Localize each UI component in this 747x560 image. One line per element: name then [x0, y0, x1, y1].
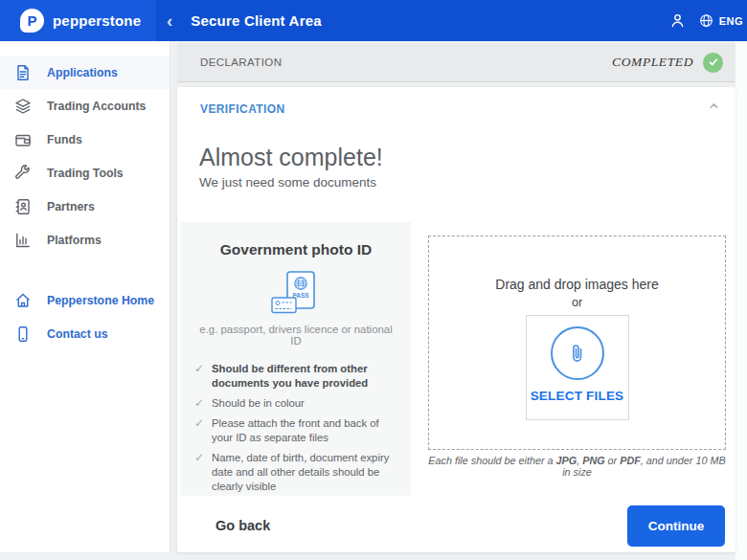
select-files-label: SELECT FILES	[527, 389, 628, 403]
sidebar-item-label: Platforms	[47, 234, 102, 247]
chevron-up-icon	[708, 100, 720, 112]
language-label: ENG	[719, 15, 743, 27]
sidebar-item-pepperstone-home[interactable]: Pepperstone Home	[0, 283, 170, 317]
sidebar-item-label: Applications	[47, 66, 118, 79]
sidebar-item-applications[interactable]: Applications	[0, 56, 170, 89]
home-icon	[14, 292, 32, 309]
layers-icon	[14, 98, 32, 115]
file-requirements-note: Each file should be either a JPG, PNG or…	[428, 455, 726, 478]
person-icon	[668, 11, 687, 30]
sidebar-item-contact-us[interactable]: Contact us	[0, 317, 170, 350]
declaration-status: COMPLETED	[612, 53, 723, 73]
contact-book-icon	[14, 198, 32, 215]
phone-icon	[14, 325, 32, 343]
pepperstone-logo[interactable]: P pepperstone	[0, 0, 156, 41]
sidebar-item-label: Trading Tools	[47, 167, 124, 180]
sidebar-item-label: Pepperstone Home	[47, 294, 154, 307]
sidebar-item-label: Contact us	[47, 327, 108, 341]
sidebar-item-trading-tools[interactable]: Trading Tools	[0, 156, 170, 190]
scrollbar-track[interactable]	[736, 41, 747, 560]
declaration-title: DECLARATION	[200, 56, 282, 68]
sidebar-item-platforms[interactable]: Platforms	[0, 223, 170, 257]
sidebar-item-label: Funds	[47, 133, 82, 146]
check-icon: ✓	[194, 362, 204, 391]
go-back-button[interactable]: Go back	[215, 518, 270, 533]
globe-icon	[698, 12, 714, 29]
select-files-button[interactable]: SELECT FILES	[526, 315, 629, 420]
document-example-text: e.g. passport, drivers licence or nation…	[194, 324, 397, 347]
sidebar-item-partners[interactable]: Partners	[0, 190, 170, 223]
check-icon: ✓	[194, 416, 204, 445]
back-icon[interactable]: ‹	[163, 10, 176, 32]
requirement-item: ✓ Please attach the front and back of yo…	[194, 416, 397, 445]
file-dropzone[interactable]: Drag and drop images here or SELECT FILE…	[428, 235, 726, 450]
completed-check-icon	[703, 53, 723, 73]
verification-section: VERIFICATION Almost complete! We just ne…	[177, 87, 736, 552]
continue-button[interactable]: Continue	[627, 505, 725, 547]
header-actions: ENG	[668, 0, 743, 41]
requirements-list: ✓ Should be different from other documen…	[194, 362, 397, 494]
paperclip-circle	[551, 326, 604, 380]
account-button[interactable]	[668, 11, 687, 30]
government-photo-id-card: Government photo ID PASS e.g. passport, …	[181, 222, 411, 496]
language-selector[interactable]: ENG	[698, 12, 743, 29]
drag-drop-text: Drag and drop images here	[429, 277, 725, 292]
sidebar-item-trading-accounts[interactable]: Trading Accounts	[0, 89, 170, 123]
logo-text: pepperstone	[53, 12, 141, 29]
wallet-icon	[14, 131, 32, 148]
documents-subheading: We just need some documents	[199, 175, 376, 190]
sidebar-item-funds[interactable]: Funds	[0, 123, 170, 156]
sidebar-item-label: Partners	[47, 200, 95, 213]
passport-id-icon: PASS	[269, 270, 323, 318]
page: P pepperstone ‹ Secure Client Area ENG	[0, 0, 747, 560]
wrench-icon	[14, 165, 32, 182]
collapse-section-button[interactable]	[704, 95, 724, 120]
completed-label: COMPLETED	[612, 55, 693, 70]
pepperstone-logo-icon: P	[20, 9, 44, 33]
almost-complete-heading: Almost complete!	[199, 144, 383, 171]
paperclip-icon	[566, 342, 589, 365]
header-title-group: ‹ Secure Client Area	[163, 0, 322, 41]
document-icon	[14, 64, 32, 81]
page-title: Secure Client Area	[191, 12, 321, 29]
sidebar-footer: Pepperstone Home Contact us	[0, 283, 170, 350]
requirement-item: ✓ Name, date of birth, document expiry d…	[194, 451, 397, 494]
sidebar: Applications Trading Accounts Funds Trad…	[0, 41, 170, 552]
requirement-item: ✓ Should be different from other documen…	[194, 362, 397, 391]
check-icon: ✓	[194, 451, 204, 494]
top-navigation-bar: P pepperstone ‹ Secure Client Area ENG	[0, 0, 747, 41]
bar-chart-icon	[14, 232, 32, 249]
requirement-item: ✓ Should be in colour	[194, 396, 397, 411]
or-text: or	[429, 296, 725, 309]
verification-title: VERIFICATION	[200, 102, 285, 116]
document-card-title: Government photo ID	[194, 241, 397, 258]
check-icon: ✓	[194, 396, 204, 411]
sidebar-item-label: Trading Accounts	[47, 100, 146, 113]
declaration-section-header[interactable]: DECLARATION COMPLETED	[177, 43, 736, 82]
